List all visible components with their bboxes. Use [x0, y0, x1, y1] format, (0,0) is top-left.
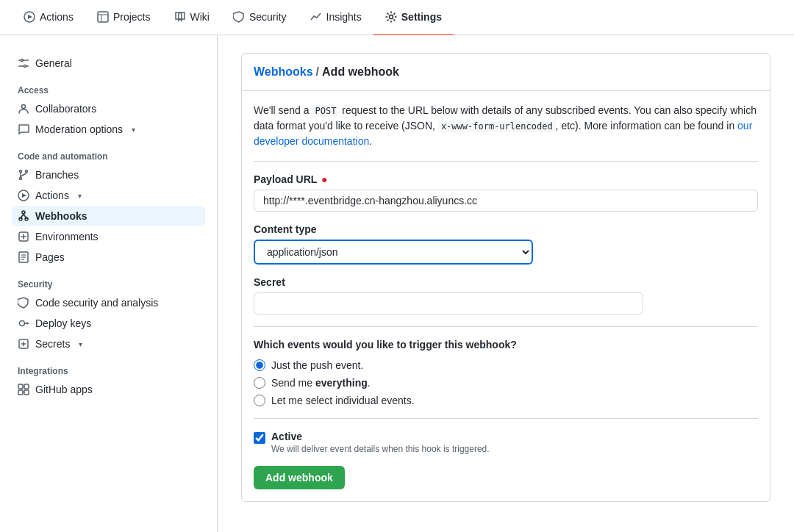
tab-projects[interactable]: Projects: [85, 0, 162, 35]
events-section-title: Which events would you like to trigger t…: [254, 339, 758, 351]
svg-rect-31: [24, 384, 29, 389]
svg-rect-2: [98, 12, 108, 22]
radio-everything[interactable]: Send me everything.: [254, 377, 758, 389]
sidebar-item-environments[interactable]: Environments: [12, 226, 205, 247]
chevron-down-icon-secrets: ▾: [79, 340, 82, 348]
svg-marker-17: [22, 193, 26, 198]
comment-icon: [18, 123, 29, 135]
tab-actions[interactable]: Actions: [12, 0, 85, 35]
radio-everything-input[interactable]: [254, 377, 265, 389]
pages-icon: [18, 251, 29, 263]
tab-security[interactable]: Security: [221, 0, 298, 35]
sidebar-item-general[interactable]: General: [12, 53, 205, 73]
form-description: We'll send a POST request to the URL bel…: [254, 103, 758, 149]
svg-rect-33: [24, 390, 29, 395]
env-icon: [18, 231, 29, 242]
sidebar-item-collaborators[interactable]: Collaborators: [12, 98, 205, 119]
sidebar: General Access Collaborators Moderation …: [0, 35, 218, 532]
required-indicator: ●: [321, 173, 327, 185]
sidebar-item-code-security[interactable]: Code security and analysis: [12, 292, 205, 313]
svg-point-20: [22, 211, 25, 214]
content-type-select[interactable]: application/json application/x-www-form-…: [254, 240, 533, 265]
content-type-group: Content type application/json applicatio…: [254, 223, 758, 265]
svg-point-14: [26, 170, 28, 173]
play-icon: [24, 11, 35, 23]
chevron-down-icon-actions: ▾: [78, 192, 82, 200]
book-icon: [174, 11, 186, 23]
svg-point-5: [389, 15, 393, 18]
tab-insights[interactable]: Insights: [298, 0, 373, 35]
main-content: Webhooks / Add webhook We'll send a POST…: [218, 35, 794, 532]
svg-point-6: [21, 60, 24, 62]
payload-url-group: Payload URL ●: [254, 173, 758, 212]
breadcrumb: Webhooks / Add webhook: [254, 65, 758, 79]
sidebar-item-secrets[interactable]: Secrets ▾: [12, 334, 205, 354]
top-navigation: Actions Projects Wiki Security Insights …: [0, 0, 794, 35]
shield-lock-icon: [18, 297, 29, 309]
svg-rect-32: [18, 390, 23, 395]
sliders-icon: [18, 57, 29, 69]
sidebar-item-pages[interactable]: Pages: [12, 247, 205, 267]
add-webhook-button[interactable]: Add webhook: [254, 466, 345, 489]
gear-icon: [385, 11, 397, 23]
shield-icon: [233, 11, 245, 23]
sidebar-section-security: Security: [12, 273, 205, 292]
tab-wiki[interactable]: Wiki: [162, 0, 221, 35]
events-radio-group: Just the push event. Send me everything.…: [254, 359, 758, 406]
sidebar-item-webhooks[interactable]: Webhooks: [12, 206, 205, 226]
radio-individual[interactable]: Let me select individual events.: [254, 395, 758, 406]
play-circle-icon: [18, 190, 29, 201]
branch-icon: [18, 169, 29, 181]
graph-icon: [310, 11, 322, 23]
svg-point-15: [20, 178, 22, 180]
breadcrumb-webhooks-link[interactable]: Webhooks: [254, 65, 313, 79]
active-checkbox[interactable]: [254, 432, 265, 444]
svg-point-13: [20, 170, 22, 173]
svg-point-9: [24, 65, 26, 68]
active-label: Active: [271, 431, 490, 442]
webhook-icon: [18, 210, 29, 222]
submit-section: Add webhook: [254, 466, 758, 489]
secret-group: Secret: [254, 276, 758, 314]
radio-individual-input[interactable]: [254, 395, 265, 406]
sidebar-item-moderation[interactable]: Moderation options ▾: [12, 119, 205, 140]
apps-icon: [18, 384, 29, 395]
tab-settings[interactable]: Settings: [373, 0, 454, 35]
payload-url-input[interactable]: [254, 190, 758, 212]
radio-push-input[interactable]: [254, 359, 265, 371]
secret-input[interactable]: [254, 292, 643, 314]
sidebar-item-deploy-keys[interactable]: Deploy keys: [12, 313, 205, 334]
table-icon: [97, 11, 109, 23]
radio-push-event[interactable]: Just the push event.: [254, 359, 758, 371]
svg-marker-1: [28, 15, 32, 19]
sidebar-section-access: Access: [12, 79, 205, 98]
star-icon: [18, 338, 29, 350]
form-body: We'll send a POST request to the URL bel…: [242, 91, 770, 501]
svg-point-12: [22, 105, 26, 109]
sidebar-section-code-automation: Code and automation: [12, 145, 205, 165]
sidebar-item-github-apps[interactable]: GitHub apps: [12, 379, 205, 400]
chevron-down-icon: ▾: [132, 126, 135, 134]
sidebar-item-branches[interactable]: Branches: [12, 165, 205, 185]
secret-label: Secret: [254, 276, 758, 288]
sidebar-item-actions[interactable]: Actions ▾: [12, 185, 205, 206]
active-group: Active We will deliver event details whe…: [254, 431, 758, 454]
key-icon: [18, 317, 29, 329]
events-group: Which events would you like to trigger t…: [254, 339, 758, 406]
form-header: Webhooks / Add webhook: [242, 54, 770, 91]
webhook-form-box: Webhooks / Add webhook We'll send a POST…: [241, 53, 770, 502]
sidebar-section-integrations: Integrations: [12, 360, 205, 379]
payload-url-label: Payload URL ●: [254, 173, 758, 185]
content-type-label: Content type: [254, 223, 758, 235]
svg-rect-30: [18, 384, 23, 389]
active-description: We will deliver event details when this …: [271, 444, 490, 454]
person-icon: [18, 103, 29, 115]
